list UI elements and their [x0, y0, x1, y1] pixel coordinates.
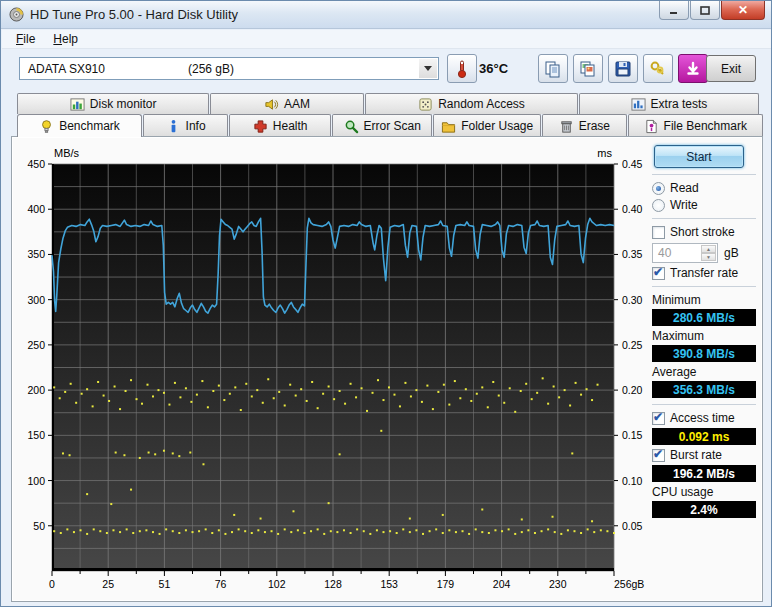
- menubar: File Help: [2, 30, 772, 49]
- tab-benchmark[interactable]: Benchmark: [17, 114, 142, 137]
- app-icon: [9, 7, 24, 22]
- minimize-icon: [669, 6, 679, 15]
- menu-file[interactable]: File: [8, 31, 43, 47]
- window-title: HD Tune Pro 5.00 - Hard Disk Utility: [30, 7, 238, 22]
- spin-down-icon[interactable]: ▼: [701, 253, 716, 261]
- file-benchmark-icon: [644, 119, 659, 134]
- svg-text:204: 204: [493, 578, 511, 590]
- svg-text:350: 350: [27, 248, 45, 260]
- magnifier-icon: [344, 119, 359, 134]
- drive-selector[interactable]: ADATA SX910 (256 gB): [19, 57, 439, 80]
- spinner-arrows[interactable]: ▲▼: [701, 245, 716, 261]
- svg-text:400: 400: [27, 203, 45, 215]
- svg-text:153: 153: [380, 578, 398, 590]
- disk-monitor-icon: [70, 97, 85, 112]
- health-cross-icon: [253, 119, 268, 134]
- copy-text-icon: [544, 60, 562, 78]
- svg-text:0.20: 0.20: [622, 384, 643, 396]
- svg-text:0.45: 0.45: [622, 158, 643, 170]
- app-window: HD Tune Pro 5.00 - Hard Disk Utility ✕ F…: [0, 0, 772, 607]
- separator: [652, 286, 756, 287]
- maximum-label: Maximum: [652, 329, 756, 343]
- tab-row-secondary: Disk monitor AAM Random Access: [17, 93, 757, 114]
- tab-label: Health: [273, 119, 308, 133]
- thermometer-icon: [456, 59, 468, 79]
- tab-folder-usage[interactable]: Folder Usage: [433, 114, 541, 137]
- burst-rate-checkbox[interactable]: [652, 449, 665, 462]
- tab-extra-tests[interactable]: Extra tests: [579, 93, 758, 114]
- tab-error-scan[interactable]: Error Scan: [332, 114, 432, 137]
- temperature-button[interactable]: [447, 54, 477, 83]
- minimize-button[interactable]: [659, 1, 689, 20]
- tab-disk-monitor[interactable]: Disk monitor: [17, 93, 209, 114]
- tab-label: Error Scan: [364, 119, 421, 133]
- dropdown-arrow[interactable]: [419, 59, 437, 78]
- exit-label: Exit: [721, 62, 741, 76]
- svg-text:50: 50: [33, 520, 45, 532]
- keys-icon: [649, 60, 667, 78]
- write-label: Write: [670, 198, 698, 212]
- start-label: Start: [686, 150, 711, 164]
- separator: [652, 404, 756, 405]
- short-stroke-size-row: 40 ▲▼ gB: [652, 243, 756, 263]
- read-radio[interactable]: [652, 182, 665, 195]
- short-stroke-checkbox[interactable]: [652, 226, 665, 239]
- minimum-label: Minimum: [652, 293, 756, 307]
- menu-help[interactable]: Help: [45, 31, 86, 47]
- info-icon: [166, 119, 181, 134]
- transfer-rate-checkbox[interactable]: [652, 267, 665, 280]
- tab-info[interactable]: Info: [143, 114, 228, 137]
- svg-text:128: 128: [324, 578, 342, 590]
- copy-image-button[interactable]: [573, 54, 603, 83]
- tab-random-access[interactable]: Random Access: [365, 93, 579, 114]
- maximize-button[interactable]: [690, 1, 720, 20]
- svg-text:0.35: 0.35: [622, 248, 643, 260]
- read-label: Read: [670, 181, 699, 195]
- save-icon: [614, 60, 632, 78]
- svg-text:100: 100: [27, 475, 45, 487]
- svg-text:179: 179: [437, 578, 455, 590]
- write-option[interactable]: Write: [652, 198, 756, 212]
- tab-row-primary: Benchmark Info Health Error Scan: [17, 114, 757, 137]
- download-update-button[interactable]: [678, 54, 708, 83]
- tab-label: Extra tests: [651, 97, 708, 111]
- short-stroke-size-input[interactable]: 40 ▲▼: [652, 243, 718, 263]
- write-radio[interactable]: [652, 199, 665, 212]
- tab-label: Benchmark: [59, 119, 120, 133]
- short-stroke-option[interactable]: Short stroke: [652, 225, 756, 239]
- dice-icon: [418, 97, 433, 112]
- options-button[interactable]: [643, 54, 673, 83]
- svg-text:76: 76: [215, 578, 227, 590]
- minimum-value: 280.6 MB/s: [652, 309, 756, 326]
- tab-file-benchmark[interactable]: File Benchmark: [628, 114, 763, 137]
- tab-label: Disk monitor: [90, 97, 157, 111]
- tab-health[interactable]: Health: [229, 114, 331, 137]
- access-time-option[interactable]: Access time: [652, 411, 756, 425]
- maximize-icon: [700, 6, 710, 15]
- tab-erase[interactable]: Erase: [542, 114, 626, 137]
- tab-aam[interactable]: AAM: [210, 93, 363, 114]
- save-button[interactable]: [608, 54, 638, 83]
- titlebar: HD Tune Pro 5.00 - Hard Disk Utility ✕: [1, 1, 771, 29]
- burst-rate-option[interactable]: Burst rate: [652, 448, 756, 462]
- access-time-checkbox[interactable]: [652, 412, 665, 425]
- copy-text-button[interactable]: [538, 54, 568, 83]
- download-arrow-icon: [685, 61, 701, 77]
- chevron-down-icon: [424, 66, 432, 71]
- toolbar: ADATA SX910 (256 gB) 36°C: [1, 49, 772, 91]
- svg-text:0.10: 0.10: [622, 475, 643, 487]
- close-button[interactable]: ✕: [721, 1, 765, 20]
- benchmark-bulb-icon: [39, 119, 54, 134]
- spin-up-icon[interactable]: ▲: [701, 245, 716, 253]
- transfer-rate-option[interactable]: Transfer rate: [652, 266, 756, 280]
- svg-text:0: 0: [49, 578, 55, 590]
- separator: [652, 218, 756, 219]
- benchmark-controls: Start Read Write Short stroke 40 ▲▼: [652, 145, 756, 520]
- svg-text:230: 230: [549, 578, 567, 590]
- svg-text:0.30: 0.30: [622, 294, 643, 306]
- exit-button[interactable]: Exit: [706, 55, 756, 82]
- read-option[interactable]: Read: [652, 181, 756, 195]
- copy-image-icon: [579, 60, 597, 78]
- benchmark-chart: 4500.454000.403500.353000.302500.252000.…: [12, 137, 660, 603]
- start-button[interactable]: Start: [654, 145, 744, 168]
